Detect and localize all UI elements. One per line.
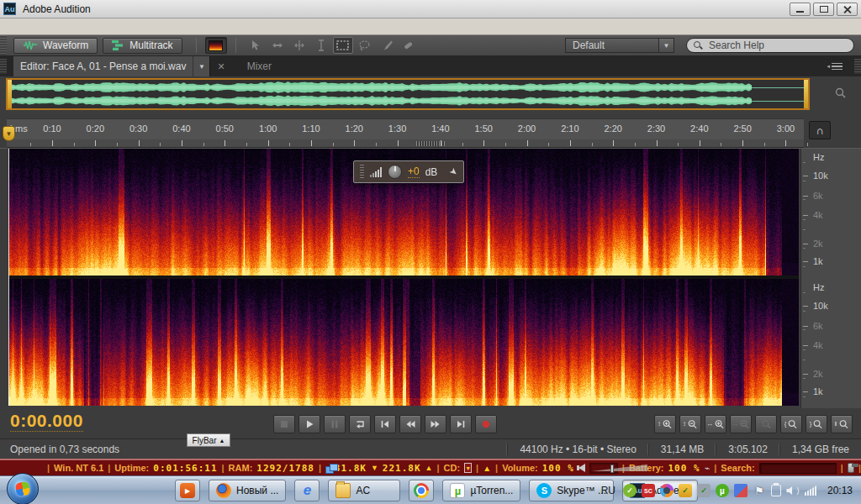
overview-waveform[interactable] bbox=[12, 80, 806, 108]
snap-toggle-button[interactable]: ∩ bbox=[809, 121, 831, 139]
stop-button[interactable] bbox=[273, 415, 295, 433]
range-handle-right[interactable] bbox=[804, 80, 808, 108]
flybar-collapse-icon[interactable]: ▲ bbox=[483, 464, 491, 473]
workspace-dropdown[interactable]: Default ▼ bbox=[565, 38, 674, 53]
tray-icon[interactable] bbox=[805, 486, 816, 496]
tray-icon[interactable] bbox=[771, 485, 781, 496]
panel-menu-icon[interactable]: ◂ bbox=[827, 63, 843, 71]
status-message: Opened in 0,73 seconds bbox=[0, 444, 119, 455]
spectrogram-right-channel[interactable] bbox=[8, 279, 799, 406]
gain-knob[interactable] bbox=[388, 165, 402, 179]
spot-healing-brush-tool[interactable] bbox=[399, 37, 419, 54]
editor-dropdown-icon[interactable]: ▼ bbox=[193, 56, 209, 76]
minimize-button[interactable] bbox=[790, 3, 811, 16]
help-search-box[interactable] bbox=[686, 38, 854, 53]
menu-item[interactable] bbox=[32, 25, 47, 29]
pause-button[interactable] bbox=[324, 415, 346, 433]
tray-icon[interactable] bbox=[642, 484, 655, 497]
menu-item[interactable] bbox=[77, 25, 92, 29]
tray-icon[interactable] bbox=[679, 484, 692, 497]
gain-value[interactable]: +0 bbox=[408, 165, 420, 178]
menu-item[interactable] bbox=[123, 25, 138, 29]
tab-close-icon[interactable]: ✕ bbox=[210, 61, 231, 72]
taskbar-button[interactable]: Новый ... bbox=[209, 480, 286, 501]
slip-tool[interactable] bbox=[267, 37, 288, 54]
menu-item[interactable] bbox=[92, 25, 108, 29]
marquee-selection-tool[interactable] bbox=[333, 37, 353, 54]
fast-forward-button[interactable] bbox=[425, 415, 446, 433]
flybar-search-input[interactable] bbox=[759, 463, 837, 474]
zoom-to-selection-button[interactable]: ‖ bbox=[831, 415, 853, 433]
zoom-in-horizontal-button[interactable]: ↔ bbox=[705, 415, 726, 433]
range-handle-left[interactable] bbox=[8, 80, 12, 108]
tray-icon[interactable] bbox=[734, 484, 747, 497]
menu-item[interactable] bbox=[17, 25, 32, 29]
ruler-tick-label: 2:10 bbox=[556, 123, 584, 134]
zoom-in-vertical-button[interactable]: ↕ bbox=[654, 415, 676, 433]
move-tool[interactable] bbox=[246, 37, 266, 54]
language-indicator[interactable]: RU bbox=[601, 485, 615, 496]
zoom-reset-button[interactable] bbox=[755, 415, 777, 433]
start-button[interactable] bbox=[7, 473, 39, 504]
zoom-to-out-point-button[interactable]: } bbox=[806, 415, 827, 433]
tray-icon[interactable] bbox=[753, 484, 766, 497]
zoom-out-vertical-button[interactable]: ↕ bbox=[679, 415, 701, 433]
taskbar-button[interactable] bbox=[175, 480, 200, 501]
overview-range-bar[interactable] bbox=[6, 78, 810, 110]
lasso-selection-tool[interactable] bbox=[355, 37, 375, 54]
tray-icon[interactable] bbox=[697, 484, 710, 497]
playhead-line[interactable] bbox=[8, 149, 9, 406]
menu-item[interactable] bbox=[2, 25, 17, 29]
flybar-toggle-button[interactable]: FlyBar▲ bbox=[187, 433, 230, 447]
time-selection-tool[interactable] bbox=[289, 37, 309, 54]
tray-icon[interactable] bbox=[716, 484, 729, 497]
zoom-out-horizontal-button[interactable]: ↔ bbox=[730, 415, 752, 433]
cd-eject-button[interactable]: ▼ bbox=[464, 463, 472, 473]
tray-icon[interactable] bbox=[623, 484, 637, 497]
tray-icon[interactable] bbox=[660, 484, 673, 497]
taskbar-button[interactable] bbox=[294, 480, 320, 501]
skip-to-start-button[interactable] bbox=[374, 415, 396, 433]
playhead-handle[interactable]: ▼ bbox=[3, 126, 15, 141]
menu-item[interactable] bbox=[62, 25, 77, 29]
overview-zoom-icon[interactable] bbox=[834, 87, 848, 100]
spectral-display-toggle[interactable] bbox=[205, 37, 227, 54]
tab-editor[interactable]: Editor: Face A, 01 - Pense a moi.wav ▼ bbox=[13, 56, 210, 76]
taskbar-button[interactable]: µTorren... bbox=[442, 480, 520, 501]
multitrack-view-button[interactable]: Multitrack bbox=[103, 38, 182, 54]
maximize-button[interactable] bbox=[813, 3, 834, 16]
record-button[interactable] bbox=[475, 415, 497, 433]
zoom-to-in-point-button[interactable]: { bbox=[780, 415, 802, 433]
rewind-button[interactable] bbox=[399, 415, 421, 433]
close-button[interactable] bbox=[837, 3, 858, 16]
volume-slider[interactable] bbox=[589, 463, 618, 474]
uptime-label: Uptime: bbox=[114, 463, 149, 473]
time-display[interactable]: 0:00.000 bbox=[10, 411, 83, 432]
taskbar-button[interactable] bbox=[409, 480, 434, 501]
volume-slider-handle[interactable] bbox=[610, 465, 614, 473]
ruler-tick bbox=[527, 140, 528, 146]
taskbar-button[interactable]: AC bbox=[328, 480, 400, 501]
hud-grip[interactable] bbox=[360, 165, 364, 179]
skip-to-end-button[interactable] bbox=[450, 415, 472, 433]
tab-mixer[interactable]: Mixer bbox=[232, 60, 287, 72]
volume-hud[interactable]: +0 dB ➤ bbox=[353, 160, 464, 183]
paintbrush-tool[interactable] bbox=[377, 37, 397, 54]
menu-item[interactable] bbox=[47, 25, 62, 29]
tray-icon[interactable] bbox=[786, 484, 800, 497]
panel-grip[interactable] bbox=[0, 59, 7, 74]
panel-grip-right[interactable] bbox=[854, 59, 861, 74]
file-size: 31,14 MB bbox=[648, 444, 716, 455]
loop-playback-button[interactable] bbox=[349, 415, 371, 433]
timeline-ruler[interactable]: hms 0:100:200:300:400:501:001:101:201:30… bbox=[7, 118, 804, 139]
clock[interactable]: 20:13 bbox=[827, 485, 853, 496]
pin-icon[interactable]: ➤ bbox=[447, 165, 460, 179]
search-input[interactable] bbox=[707, 39, 847, 52]
toolbar-grip[interactable] bbox=[0, 35, 7, 55]
waveform-view-button[interactable]: Waveform bbox=[13, 38, 98, 54]
ibeam-tool[interactable] bbox=[311, 37, 331, 54]
ruler-tick-row[interactable] bbox=[7, 139, 804, 148]
play-button[interactable] bbox=[298, 415, 320, 433]
cd-label: CD: bbox=[444, 463, 461, 473]
menu-item[interactable] bbox=[108, 25, 123, 29]
